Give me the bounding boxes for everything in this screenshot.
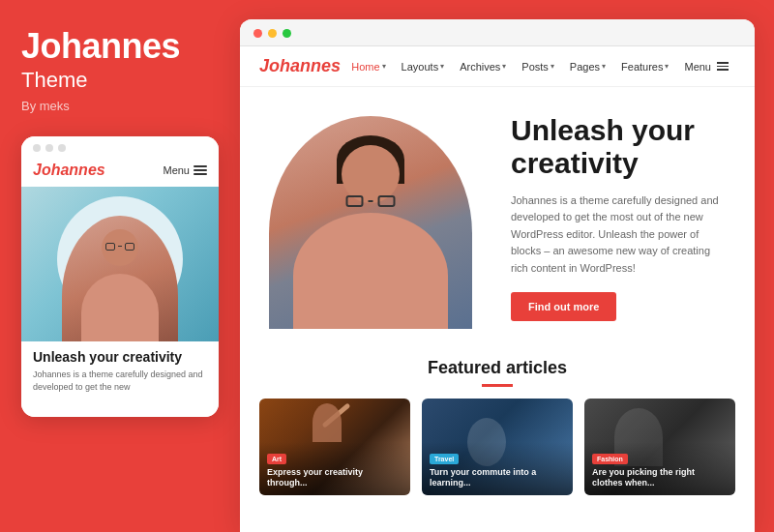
- mobile-browser-dots: [21, 136, 219, 158]
- featured-title: Featured articles: [259, 358, 735, 378]
- card-title-1: Express your creativity through...: [267, 467, 402, 489]
- person-glasses: [105, 243, 134, 251]
- chrome-dot-green[interactable]: [283, 29, 291, 38]
- theme-name: Johannes: [21, 27, 180, 66]
- glasses-bridge: [118, 246, 121, 248]
- person-glasses: [346, 195, 396, 207]
- chevron-icon: ▾: [665, 62, 669, 71]
- glasses-left: [105, 243, 115, 251]
- chevron-icon: ▾: [602, 62, 606, 71]
- hero-image-area: [259, 106, 482, 329]
- nav-link-archives[interactable]: Archives ▾: [453, 57, 513, 76]
- card-badge-2: Travel: [430, 454, 459, 464]
- card-badge-3: Fashion: [592, 454, 628, 464]
- mobile-menu-label: Menu: [163, 164, 190, 176]
- chevron-icon: ▾: [440, 62, 444, 71]
- glasses-bridge: [369, 200, 373, 202]
- mobile-nav: Johannes Menu: [21, 158, 219, 187]
- chrome-dot-yellow[interactable]: [268, 29, 277, 38]
- mobile-logo: Johannes: [33, 162, 105, 179]
- glasses-left: [346, 195, 364, 207]
- card-title-2: Turn your commute into a learning...: [430, 467, 565, 489]
- mobile-hero-text: Johannes is a theme carefully designed a…: [33, 369, 207, 393]
- glasses-right: [125, 243, 134, 251]
- card-overlay-3: Fashion Are you picking the right clothe…: [584, 442, 735, 495]
- nav-link-home[interactable]: Home ▾: [344, 57, 392, 76]
- dot-2: [45, 144, 53, 152]
- card-badge-1: Art: [267, 454, 286, 464]
- find-out-more-button[interactable]: Find out more: [511, 292, 616, 321]
- featured-card-2[interactable]: Travel Turn your commute into a learning…: [422, 399, 573, 495]
- person-face: [342, 145, 400, 203]
- left-panel: Johannes Theme By meks Johannes Menu: [0, 0, 240, 532]
- featured-card-1[interactable]: Art Express your creativity through...: [259, 399, 410, 495]
- hero-person-image: [269, 116, 472, 329]
- nav-link-posts[interactable]: Posts ▾: [515, 57, 561, 76]
- hero-description: Johannes is a theme carefully designed a…: [511, 192, 726, 278]
- card-overlay-2: Travel Turn your commute into a learning…: [422, 442, 573, 495]
- chrome-dot-red[interactable]: [253, 29, 262, 38]
- hero-text: Unleash your creativity Johannes is a th…: [482, 114, 726, 322]
- hero-section: Unleash your creativity Johannes is a th…: [240, 87, 755, 348]
- desktop-preview: Johannes Home ▾ Layouts ▾ Archives ▾ Pos…: [240, 19, 755, 532]
- hamburger-icon: [194, 165, 207, 175]
- theme-author: By meks: [21, 99, 180, 113]
- featured-card-3[interactable]: Fashion Are you picking the right clothe…: [584, 399, 735, 495]
- browser-chrome: [240, 19, 755, 46]
- person-body: [81, 274, 159, 341]
- desktop-nav: Johannes Home ▾ Layouts ▾ Archives ▾ Pos…: [240, 46, 755, 87]
- mobile-hero-image: [21, 187, 219, 341]
- chevron-icon: ▾: [551, 62, 554, 71]
- mobile-hero-title: Unleash your creativity: [33, 349, 207, 366]
- card-title-3: Are you picking the right clothes when..…: [592, 467, 728, 489]
- nav-link-menu[interactable]: Menu: [677, 57, 735, 76]
- desktop-logo: Johannes: [259, 56, 341, 76]
- nav-link-pages[interactable]: Pages ▾: [563, 57, 612, 76]
- card-overlay-1: Art Express your creativity through...: [259, 442, 410, 495]
- desktop-nav-links: Home ▾ Layouts ▾ Archives ▾ Posts ▾ Page…: [344, 57, 735, 76]
- desktop-content: ⚙ Unleash your cre: [240, 87, 755, 532]
- hero-title: Unleash your creativity: [511, 114, 726, 181]
- arm-decoration: [313, 403, 342, 442]
- featured-section: Featured articles Art Express your creat…: [240, 348, 755, 495]
- mobile-content: Unleash your creativity Johannes is a th…: [21, 341, 219, 417]
- nav-link-layouts[interactable]: Layouts ▾: [395, 57, 452, 76]
- chevron-icon: ▾: [502, 62, 506, 71]
- featured-underline: [482, 384, 513, 387]
- dot-3: [58, 144, 66, 152]
- dot-1: [33, 144, 41, 152]
- brand-title: Johannes Theme By meks: [21, 27, 180, 113]
- hamburger-icon: [717, 62, 729, 71]
- mobile-preview: Johannes Menu Unleash your creati: [21, 136, 219, 417]
- featured-cards: Art Express your creativity through... T…: [259, 399, 735, 495]
- nav-link-features[interactable]: Features ▾: [614, 57, 675, 76]
- theme-subtitle: Theme: [21, 68, 180, 93]
- mobile-menu[interactable]: Menu: [163, 164, 207, 176]
- chevron-icon: ▾: [382, 62, 386, 71]
- glasses-right: [378, 195, 396, 207]
- person-body: [293, 213, 448, 329]
